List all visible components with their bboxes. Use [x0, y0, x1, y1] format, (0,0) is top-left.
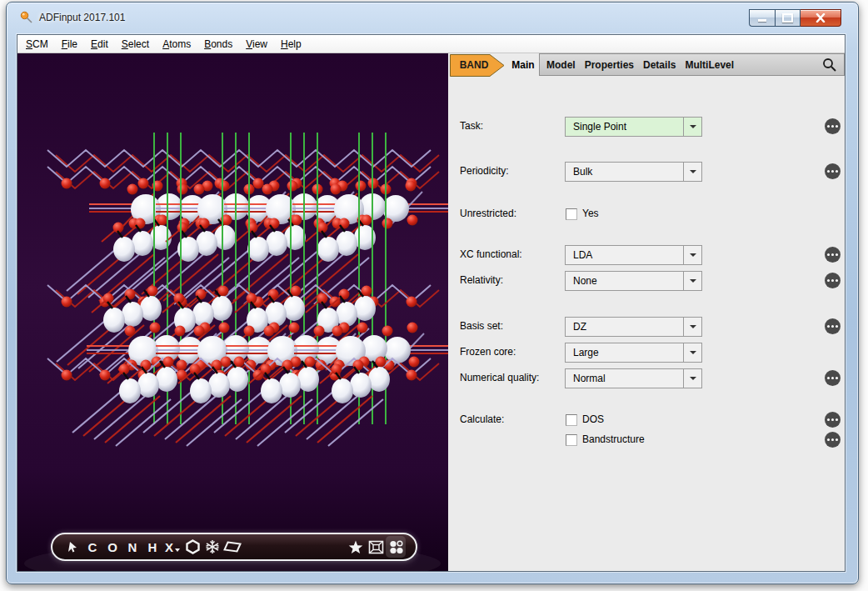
xc-functional-details-button[interactable]: [825, 247, 841, 263]
dropdown-arrow-icon[interactable]: [683, 343, 701, 362]
dos-label: DOS: [582, 413, 604, 425]
display-mode-button[interactable]: [386, 536, 406, 558]
dropdown-arrow-icon[interactable]: [683, 369, 701, 388]
basis-set-label: Basis set:: [460, 320, 503, 332]
task-dropdown[interactable]: Single Point: [565, 117, 702, 137]
element-o-button[interactable]: O: [102, 536, 122, 558]
band-main-panel: BAND Main Model Properties Details Multi…: [448, 53, 845, 571]
calculate-bandstructure-row: Bandstructure: [448, 430, 845, 450]
numerical-quality-label: Numerical quality:: [460, 372, 539, 383]
unrestricted-checkbox[interactable]: [566, 208, 577, 220]
relativity-dropdown[interactable]: None: [565, 271, 702, 291]
periodicity-dropdown[interactable]: Bulk: [565, 162, 702, 182]
tab-model[interactable]: Model: [546, 59, 576, 71]
relativity-row: Relativity: None: [448, 271, 845, 291]
menu-view[interactable]: View: [239, 37, 274, 52]
plane-tool-button[interactable]: [222, 536, 242, 558]
basis-set-dropdown[interactable]: DZ: [565, 317, 702, 337]
dropdown-arrow-icon[interactable]: [683, 246, 701, 264]
frozen-core-dropdown[interactable]: Large: [565, 343, 702, 363]
bandstructure-checkbox[interactable]: [566, 434, 577, 446]
dos-checkbox[interactable]: [566, 414, 577, 426]
close-button[interactable]: [801, 9, 841, 27]
balls-display-icon: [388, 539, 404, 554]
dropdown-arrow-icon[interactable]: [683, 272, 701, 290]
task-label: Task:: [460, 120, 483, 132]
tab-details[interactable]: Details: [643, 59, 676, 71]
element-x-button[interactable]: X: [162, 536, 182, 558]
frozen-core-row: Frozen core: Large: [448, 343, 845, 363]
numerical-quality-row: Numerical quality: Normal: [448, 368, 845, 388]
app-icon: [20, 11, 33, 24]
menu-bar: SCM File Edit Select Atoms Bonds View He…: [17, 35, 845, 53]
bandstructure-details-button[interactable]: [825, 432, 841, 448]
tab-main[interactable]: Main: [505, 54, 541, 77]
periodicity-details-button[interactable]: [825, 163, 841, 179]
app-window: ADFinput 2017.101 SCM File Edit Select A…: [6, 2, 859, 584]
window-title: ADFinput 2017.101: [39, 12, 125, 23]
cursor-arrow-icon: [66, 540, 79, 553]
tab-properties[interactable]: Properties: [585, 59, 634, 71]
molecule-viewer[interactable]: C O N H X: [17, 53, 448, 571]
maximize-button[interactable]: [775, 9, 801, 27]
tab-strip: BAND Main Model Properties Details Multi…: [448, 53, 845, 78]
search-icon: [822, 58, 837, 73]
menu-bonds[interactable]: Bonds: [197, 37, 239, 52]
xc-functional-label: XC functional:: [460, 248, 522, 260]
dropdown-arrow-icon[interactable]: [683, 318, 701, 336]
frame-box-icon: [368, 540, 384, 554]
pointer-tool-button[interactable]: [62, 536, 82, 558]
dos-details-button[interactable]: [825, 412, 841, 428]
basis-set-row: Basis set: DZ: [448, 317, 845, 337]
element-menu-caret-icon: [175, 548, 180, 552]
bandstructure-label: Bandstructure: [582, 433, 645, 445]
menu-scm[interactable]: SCM: [19, 37, 55, 52]
element-c-button[interactable]: C: [82, 536, 102, 558]
maximize-icon: [782, 13, 793, 23]
relativity-label: Relativity:: [460, 274, 503, 286]
minimize-button[interactable]: [749, 9, 775, 27]
viewer-toolbar: C O N H X: [51, 533, 417, 561]
element-h-button[interactable]: H: [142, 536, 162, 558]
favorites-button[interactable]: [346, 536, 366, 558]
unrestricted-label: Unrestricted:: [460, 208, 516, 219]
unrestricted-row: Unrestricted: Yes: [448, 204, 845, 224]
ring-tool-button[interactable]: [182, 536, 202, 558]
task-details-button[interactable]: [825, 118, 841, 134]
xc-functional-row: XC functional: LDA: [448, 245, 845, 265]
close-icon: [816, 13, 826, 23]
molecule-structure: [17, 53, 448, 571]
periodicity-label: Periodicity:: [460, 165, 509, 177]
xc-functional-dropdown[interactable]: LDA: [565, 245, 702, 265]
calculate-label: Calculate:: [460, 413, 504, 425]
periodicity-row: Periodicity: Bulk: [448, 162, 845, 182]
numerical-quality-dropdown[interactable]: Normal: [565, 368, 702, 388]
tab-multilevel[interactable]: MultiLevel: [685, 59, 734, 71]
menu-atoms[interactable]: Atoms: [156, 37, 197, 52]
dropdown-arrow-icon[interactable]: [683, 118, 701, 136]
frozen-core-label: Frozen core:: [460, 346, 516, 358]
menu-select[interactable]: Select: [115, 37, 156, 52]
numerical-quality-details-button[interactable]: [825, 370, 841, 386]
hexagon-icon: [186, 539, 200, 554]
task-row: Task: Single Point: [448, 117, 845, 137]
relativity-details-button[interactable]: [825, 273, 841, 288]
minimize-icon: [758, 19, 766, 22]
menu-file[interactable]: File: [55, 37, 84, 52]
snowflake-icon: [205, 539, 220, 554]
crystal-tool-button[interactable]: [202, 536, 222, 558]
star-icon: [348, 540, 363, 554]
frame-view-button[interactable]: [366, 536, 386, 558]
calculate-dos-row: Calculate: DOS: [448, 410, 845, 430]
menu-edit[interactable]: Edit: [84, 37, 115, 52]
element-n-button[interactable]: N: [122, 536, 142, 558]
window-content: SCM File Edit Select Atoms Bonds View He…: [17, 34, 846, 572]
title-bar[interactable]: ADFinput 2017.101: [7, 3, 858, 33]
basis-set-details-button[interactable]: [825, 318, 841, 334]
band-program-tab[interactable]: BAND: [450, 54, 505, 77]
search-button[interactable]: [822, 58, 837, 73]
inactive-tabs-bar: Model Properties Details MultiLevel: [539, 53, 845, 76]
unrestricted-option-label: Yes: [582, 208, 599, 219]
dropdown-arrow-icon[interactable]: [683, 163, 701, 181]
menu-help[interactable]: Help: [274, 37, 308, 52]
